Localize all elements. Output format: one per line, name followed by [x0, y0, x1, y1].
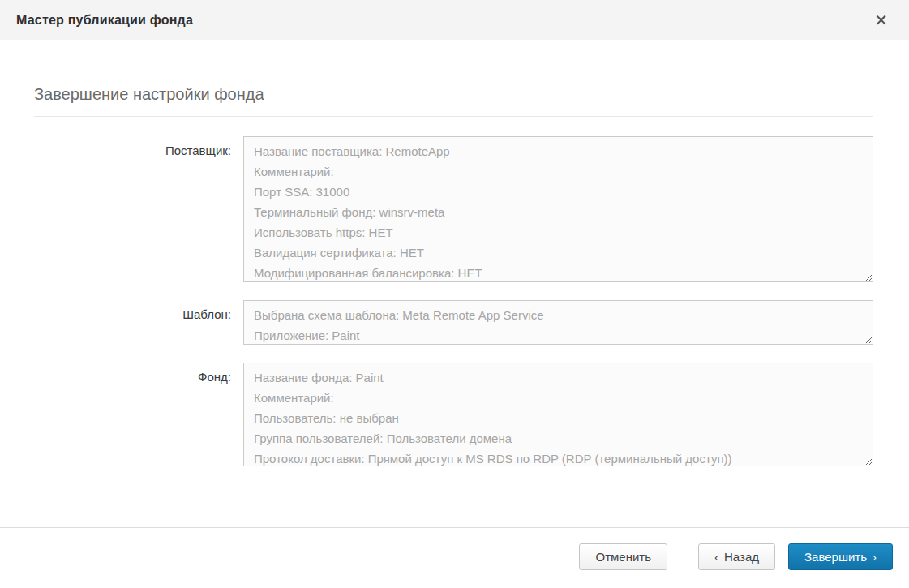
provider-label: Поставщик: [34, 136, 243, 157]
form-row-template: Шаблон: Выбрана схема шаблона: Meta Remo… [34, 300, 873, 345]
provider-summary-textarea[interactable]: Название поставщика: RemoteApp Комментар… [243, 136, 873, 282]
page-title: Завершение настройки фонда [34, 85, 873, 117]
finish-button[interactable]: Завершить› [788, 543, 893, 570]
form-row-pool: Фонд: Название фонда: Paint Комментарий:… [34, 363, 873, 466]
back-button[interactable]: ‹Назад [698, 543, 775, 570]
finish-button-label: Завершить [804, 550, 867, 564]
summary-form: Поставщик: Название поставщика: RemoteAp… [34, 136, 873, 466]
form-row-provider: Поставщик: Название поставщика: RemoteAp… [34, 136, 873, 282]
pool-summary-textarea[interactable]: Название фонда: Paint Комментарий: Польз… [243, 363, 873, 466]
wizard-title: Мастер публикации фонда [16, 13, 193, 28]
pool-label: Фонд: [34, 363, 243, 384]
chevron-right-icon: › [873, 550, 877, 564]
wizard-header: Мастер публикации фонда ✕ [0, 0, 909, 40]
template-summary-textarea[interactable]: Выбрана схема шаблона: Meta Remote App S… [243, 300, 873, 345]
back-button-label: Назад [724, 550, 759, 564]
chevron-left-icon: ‹ [714, 550, 718, 564]
cancel-button[interactable]: Отменить [579, 543, 667, 570]
close-icon[interactable]: ✕ [871, 9, 891, 32]
template-label: Шаблон: [34, 300, 243, 321]
wizard-body: Завершение настройки фонда Поставщик: На… [0, 85, 909, 466]
footer: Отменить ‹Назад Завершить› [0, 528, 909, 570]
